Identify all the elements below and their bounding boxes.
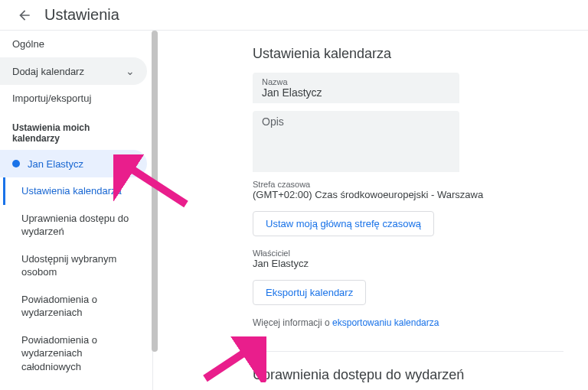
subnav-other-notif[interactable]: Inne powiadomienia bbox=[3, 380, 147, 390]
back-button[interactable] bbox=[9, 0, 40, 31]
calendar-item[interactable]: Jan Elastycz ⌃ bbox=[0, 150, 147, 177]
subnav-notif-events[interactable]: Powiadomienia o wydarzeniach bbox=[3, 286, 147, 327]
section-title-permissions: Uprawnienia dostępu do wydarzeń bbox=[253, 367, 564, 383]
subnav-notif-allday[interactable]: Powiadomienia o wydarzeniach całodniowyc… bbox=[3, 327, 147, 381]
subnav-calendar-settings[interactable]: Ustawienia kalendarza bbox=[3, 177, 147, 205]
description-field[interactable]: Opis bbox=[253, 111, 459, 172]
name-field[interactable]: Nazwa Jan Elastycz bbox=[253, 73, 459, 103]
sidebar: Ogólne Dodaj kalendarz ⌄ Importuj/ekspor… bbox=[0, 31, 153, 390]
nav-general[interactable]: Ogólne bbox=[0, 31, 147, 57]
subnav-share[interactable]: Udostępnij wybranym osobom bbox=[3, 245, 147, 286]
arrow-left-icon bbox=[17, 8, 32, 23]
timezone-value: (GMT+02:00) Czas środkowoeuropejski - Wa… bbox=[253, 189, 564, 200]
scrollbar[interactable] bbox=[152, 31, 158, 352]
chevron-up-icon: ⌃ bbox=[126, 158, 135, 170]
header: Ustawienia bbox=[0, 0, 588, 31]
timezone-label: Strefa czasowa bbox=[253, 180, 564, 189]
export-info: Więcej informacji o eksportowaniu kalend… bbox=[253, 317, 564, 328]
sidebar-section-header: Ustawienia moich kalendarzy bbox=[0, 112, 147, 150]
name-label: Nazwa bbox=[262, 77, 450, 86]
nav-add-calendar[interactable]: Dodaj kalendarz ⌄ bbox=[0, 57, 147, 85]
export-calendar-button[interactable]: Eksportuj kalendarz bbox=[253, 280, 366, 305]
set-timezone-button[interactable]: Ustaw moją główną strefę czasową bbox=[253, 211, 434, 236]
export-info-text: Więcej informacji o bbox=[253, 317, 332, 328]
calendar-name: Jan Elastycz bbox=[28, 158, 83, 170]
description-label: Opis bbox=[262, 115, 450, 128]
section-title-calendar-settings: Ustawienia kalendarza bbox=[253, 46, 564, 62]
owner-label: Właściciel bbox=[253, 249, 564, 258]
chevron-down-icon: ⌄ bbox=[126, 65, 135, 77]
subnav-access[interactable]: Uprawnienia dostępu do wydarzeń bbox=[3, 205, 147, 245]
nav-label: Ogólne bbox=[12, 38, 44, 50]
sub-nav: Ustawienia kalendarza Uprawnienia dostęp… bbox=[0, 177, 147, 390]
nav-label: Dodaj kalendarz bbox=[12, 66, 84, 77]
nav-label: Importuj/eksportuj bbox=[12, 93, 91, 104]
name-value: Jan Elastycz bbox=[262, 86, 450, 99]
section-divider bbox=[253, 351, 564, 352]
export-info-link[interactable]: eksportowaniu kalendarza bbox=[332, 317, 439, 328]
calendar-color-dot bbox=[12, 160, 20, 167]
owner-value: Jan Elastycz bbox=[253, 258, 564, 269]
main-content: Ustawienia kalendarza Nazwa Jan Elastycz… bbox=[153, 31, 588, 390]
page-title: Ustawienia bbox=[44, 6, 119, 24]
nav-import-export[interactable]: Importuj/eksportuj bbox=[0, 85, 147, 112]
